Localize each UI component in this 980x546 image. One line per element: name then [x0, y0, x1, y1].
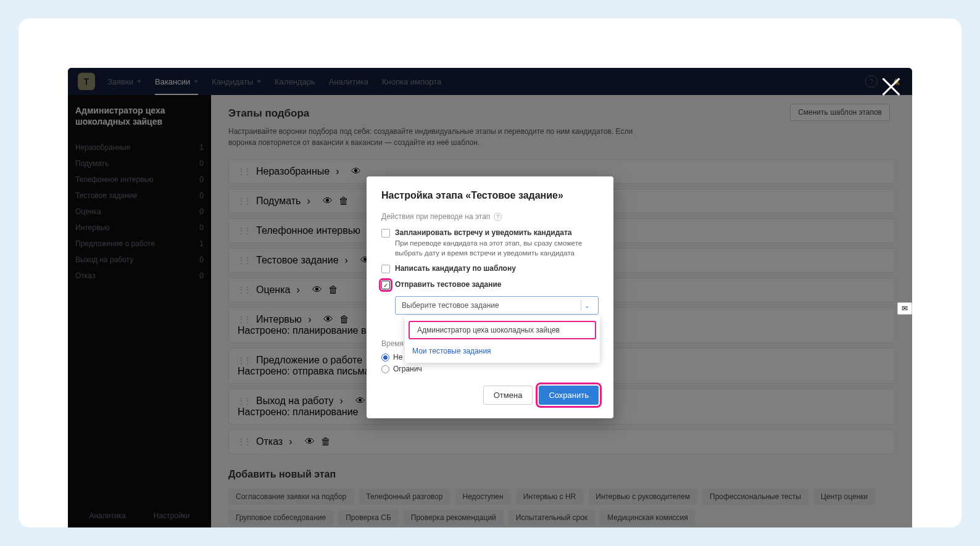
dropdown-option[interactable]: Администратор цеха шоколадных зайцев [409, 321, 596, 339]
dropdown-my-tests-link[interactable]: Мои тестовые задания [405, 341, 600, 359]
help-icon[interactable]: ? [494, 213, 502, 221]
radio-limited[interactable] [381, 365, 389, 373]
cb1-title: Запланировать встречу и уведомить кандид… [395, 228, 599, 237]
radio-unlimited[interactable] [381, 354, 389, 362]
chevron-down-icon: ⌄ [581, 300, 592, 311]
modal-title: Настройка этапа «Тестовое задание» [381, 190, 599, 201]
test-dropdown: Администратор цеха шоколадных зайцев Мои… [405, 316, 600, 363]
cb2-title: Написать кандидату по шаблону [395, 264, 516, 273]
checkbox-write-template[interactable] [381, 265, 390, 273]
checkbox-send-test[interactable] [381, 281, 390, 289]
mail-icon[interactable]: ✉ [897, 302, 912, 315]
stage-settings-modal: Настройка этапа «Тестовое задание» Дейст… [367, 176, 613, 418]
close-icon[interactable] [879, 74, 903, 97]
test-select[interactable]: Выберите тестовое задание ⌄ [395, 296, 599, 315]
cancel-button[interactable]: Отмена [483, 386, 533, 405]
actions-label: Действия при переводе на этап ? [381, 212, 599, 221]
checkbox-schedule-meeting[interactable] [381, 229, 390, 238]
cb3-title: Отправить тестовое задание [395, 280, 502, 289]
cb1-desc: При переводе кандидата на этот этап, вы … [395, 238, 599, 258]
save-button[interactable]: Сохранить [539, 386, 599, 405]
